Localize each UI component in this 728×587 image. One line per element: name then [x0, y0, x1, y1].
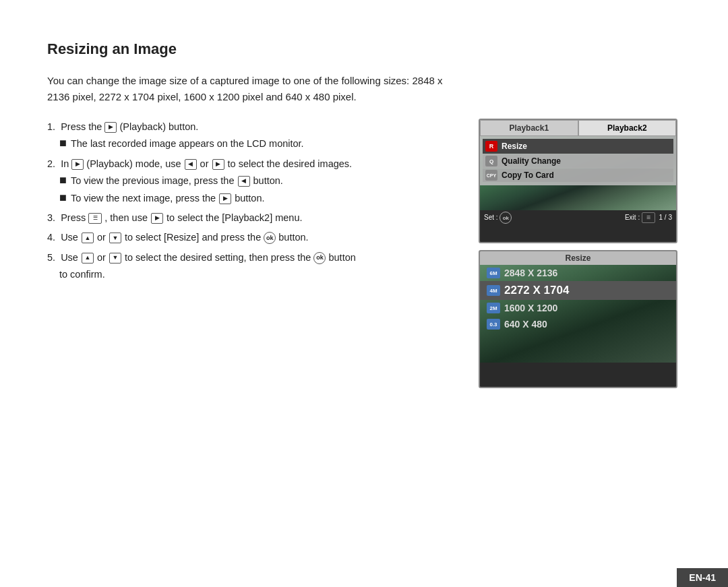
size-2848: 2848 X 2136 [504, 268, 557, 278]
step-2-sub-2: ■ To view the next image, press the butt… [47, 190, 452, 207]
tab-playback2: Playback2 [578, 120, 677, 136]
badge-03m: 0.3 [487, 319, 500, 330]
step-3: 3. Press ☰ , then use to select the [Pla… [47, 210, 452, 226]
screen1-body: R Resize Q Quality Change CPY [480, 136, 676, 210]
size-1600: 1600 X 1200 [504, 303, 557, 313]
bullet-icon-3: ■ [59, 191, 67, 204]
ok-button-icon-1: ok [264, 232, 276, 244]
arrow-up-icon [82, 233, 94, 243]
resize-row-4m: 4M 2272 X 1704 [480, 281, 676, 300]
quality-label: Quality Change [502, 156, 561, 166]
tab-bar: Playback1 Playback2 [480, 120, 676, 136]
arrow-down-icon [109, 233, 121, 243]
arrow-right-icon [212, 159, 224, 170]
resize-row-6m: 6M 2848 X 2136 [480, 265, 676, 281]
playback-icon-2: ▶ [71, 159, 84, 170]
badge-6m: 6M [487, 268, 500, 278]
resize-list: 6M 2848 X 2136 4M 2272 X 1704 2M 1600 X … [480, 265, 676, 332]
bullet-icon-2: ■ [59, 174, 67, 186]
copy-label: Copy To Card [502, 171, 554, 180]
ok-button-icon-2: ok [313, 252, 326, 264]
step-5-label: 5. Use or to select the desired setting,… [47, 252, 356, 263]
resize-row-03m: 0.3 640 X 480 [480, 316, 676, 332]
quality-menu-icon: Q [485, 156, 497, 166]
screen2-title-bar: Resize [480, 251, 676, 265]
arrow-left-icon-2 [238, 176, 250, 187]
screen1-bottom-bar: Set : ok Exit : ☰ 1 / 3 [480, 210, 676, 225]
step-2-sub-1: ■ To view the previous image, press the … [47, 173, 452, 189]
page-content: Resizing an Image You can change the ima… [0, 0, 728, 415]
screen1-playback-menu: Playback1 Playback2 R Resize [479, 119, 677, 243]
step-4-label: 4. Use or to select [Resize] and press t… [47, 232, 309, 243]
resize-label: Resize [502, 142, 527, 151]
step-1-sub-1: ■ The last recorded image appears on the… [47, 135, 452, 152]
resize-row-2m: 2M 1600 X 1200 [480, 300, 676, 316]
step-5-continued: to confirm. [47, 266, 452, 283]
arrow-right-icon-3 [151, 213, 163, 224]
bullet-icon: ■ [59, 137, 67, 149]
step-1-label: 1. Press the ▶ (Playback) button. [47, 121, 198, 132]
page-number-badge: EN-41 [677, 568, 728, 587]
screen2-body: 6M 2848 X 2136 4M 2272 X 1704 2M 1600 X … [480, 265, 676, 332]
page-title: Resizing an Image [47, 40, 681, 58]
size-2272: 2272 X 1704 [504, 284, 569, 297]
badge-4m: 4M [487, 285, 500, 296]
copy-menu-icon: CPY [485, 170, 497, 181]
step-1: 1. Press the ▶ (Playback) button. ■ The … [47, 119, 452, 153]
step-2-label: 2. In ▶ (Playback) mode, use or to selec… [47, 158, 352, 169]
playback-icon-1: ▶ [104, 122, 117, 133]
arrow-up-icon-2 [82, 253, 94, 264]
intro-text: You can change the image size of a captu… [47, 73, 465, 105]
menu-item-resize: R Resize [483, 139, 673, 154]
step-5: 5. Use or to select the desired setting,… [47, 249, 452, 284]
ui-screenshots: Playback1 Playback2 R Resize [479, 119, 681, 388]
arrow-down-icon-2 [109, 253, 121, 264]
screen1-set-label: Set : ok [484, 212, 512, 224]
step-3-label: 3. Press ☰ , then use to select the [Pla… [47, 212, 303, 223]
screen1-menu-overlay: R Resize Q Quality Change CPY [480, 136, 676, 185]
screen2-resize-menu: Resize 6M 2848 X 2136 4M [479, 250, 677, 388]
size-640: 640 X 480 [504, 319, 547, 330]
resize-menu-icon: R [485, 141, 497, 152]
screen1-bg-image: R Resize Q Quality Change CPY [480, 136, 676, 210]
steps-area: 1. Press the ▶ (Playback) button. ■ The … [47, 119, 681, 388]
step-4: 4. Use or to select [Resize] and press t… [47, 229, 452, 246]
tab-playback1: Playback1 [480, 120, 578, 136]
menu-button-icon: ☰ [88, 213, 102, 224]
arrow-left-icon [185, 159, 197, 170]
screen1-menu-icon: ☰ [642, 212, 655, 223]
menu-item-copy: CPY Copy To Card [483, 168, 673, 182]
screen1-exit-info: Exit : ☰ 1 / 3 [625, 212, 672, 223]
arrow-right-icon-2 [219, 193, 231, 204]
badge-2m: 2M [487, 303, 500, 313]
steps-text: 1. Press the ▶ (Playback) button. ■ The … [47, 119, 452, 286]
step-2: 2. In ▶ (Playback) mode, use or to selec… [47, 156, 452, 207]
screen1-ok-icon: ok [499, 212, 512, 224]
menu-item-quality: Q Quality Change [483, 154, 673, 168]
